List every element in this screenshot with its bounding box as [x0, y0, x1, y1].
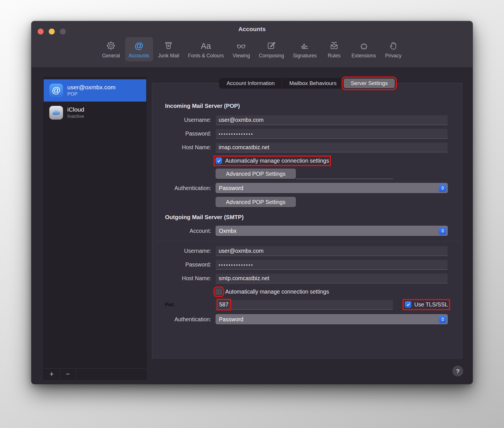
port-label: Port:: [165, 302, 211, 307]
toolbar-label: General: [102, 53, 120, 59]
divider-line: [296, 179, 393, 179]
puzzle-icon: [359, 40, 369, 51]
server-settings-panel: Account Information Mailbox Behaviours S…: [152, 83, 462, 358]
hand-icon: [388, 40, 399, 51]
account-tabs: Account Information Mailbox Behaviours S…: [219, 78, 395, 88]
account-row-icloud[interactable]: iCloud Inactive: [44, 102, 146, 124]
gear-icon: [106, 40, 116, 51]
tab-account-information[interactable]: Account Information: [220, 78, 282, 88]
outgoing-auto-manage-group: Automatically manage connection settings: [216, 288, 329, 295]
toolbar-label: Extensions: [351, 53, 376, 59]
incoming-auto-manage-label: Automatically manage connection settings: [225, 158, 329, 164]
toolbar-label: Junk Mail: [158, 53, 179, 59]
use-tls-checkbox[interactable]: [405, 301, 411, 308]
account-name: iCloud: [67, 106, 84, 113]
toolbar-label: Accounts: [129, 53, 149, 59]
toolbar-item-viewing[interactable]: Viewing: [229, 37, 254, 61]
outgoing-hostname-label: Host Name:: [165, 275, 211, 282]
titlebar-toolbar: Accounts General @ Accounts: [31, 21, 473, 68]
toolbar-item-composing[interactable]: Composing: [255, 37, 288, 61]
incoming-authentication-label: Authentication:: [165, 185, 211, 191]
outgoing-auto-manage-label: Automatically manage connection settings: [225, 288, 329, 295]
icloud-icon: [49, 106, 63, 120]
preferences-toolbar: General @ Accounts Junk Mail: [31, 37, 473, 61]
glasses-icon: [236, 40, 246, 51]
preferences-window: Accounts General @ Accounts: [31, 21, 473, 384]
accounts-sidebar: @ user@oxmbx.com POP iCloud: [43, 77, 147, 379]
advanced-pop-settings-button-2[interactable]: Advanced POP Settings: [216, 197, 296, 207]
outgoing-authentication-label: Authentication:: [165, 316, 211, 323]
at-badge-icon: @: [49, 84, 63, 97]
toolbar-label: Composing: [259, 53, 284, 59]
dropdown-stepper-icon: [439, 184, 446, 192]
fonts-icon: Aa: [201, 40, 211, 51]
toolbar-item-extensions[interactable]: Extensions: [348, 37, 380, 61]
port-field[interactable]: 587: [216, 300, 393, 310]
compose-icon: [266, 40, 277, 51]
account-name: user@oxmbx.com: [67, 84, 116, 91]
incoming-auto-manage-checkbox[interactable]: [216, 158, 222, 164]
dropdown-stepper-icon: [439, 227, 446, 235]
toolbar-item-signatures[interactable]: Signatures: [289, 37, 320, 61]
toolbar-item-privacy[interactable]: Privacy: [381, 37, 406, 61]
tab-mailbox-behaviours[interactable]: Mailbox Behaviours: [282, 78, 344, 88]
sidebar-bottom-bar: + −: [44, 368, 146, 379]
outgoing-section-heading: Outgoing Mail Server (SMTP): [165, 214, 448, 221]
outgoing-username-field[interactable]: user@oxmbx.com: [216, 246, 448, 256]
envelope-arrows-icon: [329, 40, 339, 51]
toolbar-item-fonts-colours[interactable]: Aa Fonts & Colours: [184, 37, 227, 61]
window-title: Accounts: [31, 26, 473, 33]
toolbar-label: Fonts & Colours: [188, 53, 223, 59]
incoming-authentication-dropdown[interactable]: Password: [216, 183, 448, 193]
junk-bin-icon: [163, 40, 174, 51]
remove-account-button[interactable]: −: [60, 369, 76, 379]
section-separator: [155, 241, 460, 241]
outgoing-password-label: Password:: [165, 261, 211, 268]
toolbar-item-rules[interactable]: Rules: [322, 37, 346, 61]
toolbar-label: Viewing: [233, 53, 250, 59]
use-tls-label: Use TLS/SSL: [414, 301, 448, 308]
incoming-password-field[interactable]: ••••••••••••••: [216, 129, 448, 139]
port-value: 587: [219, 301, 229, 308]
help-button[interactable]: ?: [452, 366, 463, 377]
incoming-username-label: Username:: [165, 117, 211, 123]
add-account-button[interactable]: +: [44, 369, 60, 379]
account-row-user-oxmbx[interactable]: @ user@oxmbx.com POP: [44, 79, 146, 102]
outgoing-account-dropdown[interactable]: Oxmbx: [216, 226, 448, 236]
advanced-pop-settings-button-1[interactable]: Advanced POP Settings: [216, 169, 296, 179]
incoming-hostname-label: Host Name:: [165, 144, 211, 151]
account-status: Inactive: [67, 114, 84, 119]
signature-icon: [300, 40, 310, 51]
toolbar-label: Signatures: [293, 53, 317, 59]
incoming-password-label: Password:: [165, 130, 211, 137]
dropdown-stepper-icon: [439, 316, 446, 323]
incoming-section-heading: Incoming Mail Server (POP): [165, 103, 448, 109]
toolbar-label: Privacy: [385, 53, 401, 59]
toolbar-item-general[interactable]: General: [98, 37, 123, 61]
toolbar-item-accounts[interactable]: @ Accounts: [125, 37, 153, 61]
outgoing-hostname-field[interactable]: smtp.comcastbiz.net: [216, 273, 448, 283]
outgoing-auto-manage-checkbox[interactable]: [216, 288, 222, 295]
tab-server-settings[interactable]: Server Settings: [344, 78, 395, 88]
incoming-username-field[interactable]: user@oxmbx.com: [216, 115, 448, 125]
incoming-hostname-field[interactable]: imap.comcastbiz.net: [216, 142, 448, 152]
outgoing-account-label: Account:: [165, 228, 211, 234]
toolbar-label: Rules: [328, 53, 341, 59]
use-tls-group: Use TLS/SSL: [405, 301, 448, 308]
account-type: POP: [67, 91, 116, 97]
toolbar-item-junk-mail[interactable]: Junk Mail: [155, 37, 183, 61]
outgoing-password-field[interactable]: ••••••••••••••: [216, 260, 448, 270]
outgoing-username-label: Username:: [165, 248, 211, 254]
at-icon: @: [135, 40, 143, 51]
incoming-auto-manage-group: Automatically manage connection settings: [216, 158, 329, 164]
outgoing-authentication-dropdown[interactable]: Password: [216, 314, 448, 324]
